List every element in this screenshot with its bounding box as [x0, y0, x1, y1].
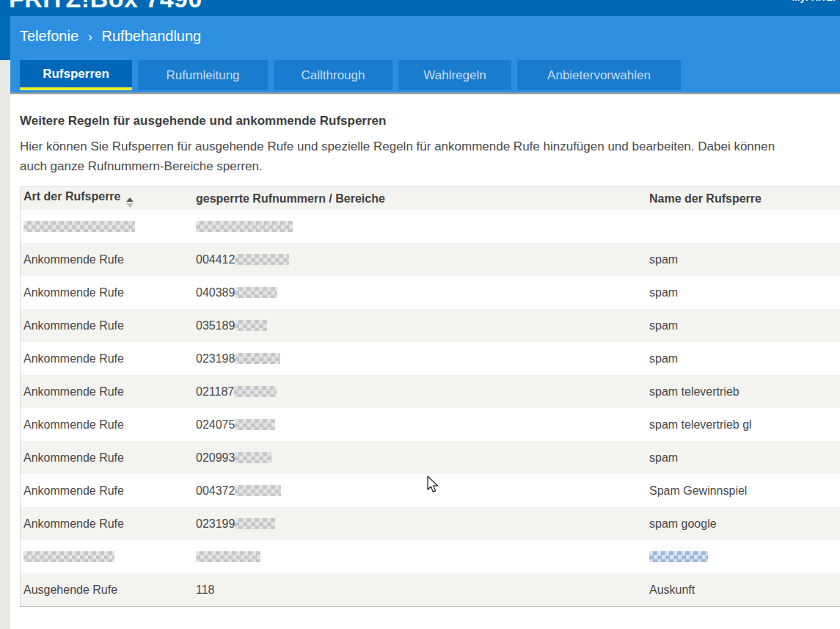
- art-der-rufsperre-cell: Ankommende Rufe: [21, 507, 193, 540]
- rufsperre-name-cell: Auskunft: [646, 573, 840, 606]
- rufsperre-name: Auskunft: [649, 583, 695, 596]
- tab-callthrough[interactable]: Callthrough: [274, 60, 392, 90]
- column-header-label: Name der Rufsperre: [649, 192, 762, 205]
- breadcrumb-rufbehandlung: Rufbehandlung: [102, 28, 202, 44]
- redacted-text: [235, 518, 275, 529]
- rufsperre-type: Ankommende Rufe: [23, 352, 124, 365]
- rufsperre-name: spam: [649, 286, 678, 299]
- rufsperre-name: spam: [649, 352, 678, 365]
- sort-ascending-icon: [126, 197, 134, 202]
- rufsperre-name-cell: Spam Gewinnspiel: [646, 474, 840, 507]
- rufsperre-name: spam: [649, 253, 678, 266]
- art-der-rufsperre-cell: [21, 210, 193, 243]
- rufnummer-prefix: 004372: [196, 484, 235, 497]
- table-row: Ausgehende Rufe118Auskunft: [21, 573, 840, 606]
- tab-rufumleitung[interactable]: Rufumleitung: [138, 60, 268, 90]
- tab-bar: Rufsperren Rufumleitung Callthrough Wahl…: [20, 60, 681, 90]
- gesperrte-rufnummer-cell: 021187: [193, 375, 646, 408]
- rufsperre-name-cell: spam: [646, 342, 840, 375]
- rufsperre-type: Ankommende Rufe: [23, 418, 124, 431]
- table-row: [21, 210, 840, 243]
- gesperrte-rufnummer-cell: 023199: [193, 507, 646, 540]
- tab-rufsperren[interactable]: Rufsperren: [20, 60, 132, 90]
- table-row: Ankommende Rufe040389spam: [21, 276, 840, 309]
- rufsperre-name-cell: spam: [646, 441, 840, 474]
- tab-label: Rufsperren: [43, 67, 109, 81]
- art-der-rufsperre-cell: Ankommende Rufe: [21, 474, 193, 507]
- rufsperre-name-cell: [646, 540, 840, 573]
- art-der-rufsperre-cell: Ausgehende Rufe: [21, 573, 193, 606]
- fritzbox-page: { "header": { "app_title": "FRITZ!Box 74…: [0, 0, 840, 629]
- rufsperre-name: spam google: [649, 517, 717, 530]
- tab-wahlregeln[interactable]: Wahlregeln: [398, 60, 511, 90]
- rufsperren-table-body: Ankommende Rufe004412spamAnkommende Rufe…: [21, 210, 840, 606]
- table-row: Ankommende Rufe035189spam: [21, 309, 840, 342]
- gesperrte-rufnummer-cell: [193, 210, 646, 243]
- rufsperre-name-cell: [646, 210, 840, 243]
- gesperrte-rufnummer-cell: 004372: [193, 474, 646, 507]
- table-row: Ankommende Rufe023199spam google: [21, 507, 840, 540]
- content-card: Telefonie › Rufbehandlung Rufsperren Ruf…: [10, 16, 840, 629]
- breadcrumb-telefonie[interactable]: Telefonie: [20, 28, 78, 44]
- tab-label: Callthrough: [302, 68, 365, 83]
- tab-anbietervorwahlen[interactable]: Anbietervorwahlen: [517, 60, 681, 90]
- redacted-text: [235, 419, 275, 430]
- rufnummer-prefix: 118: [196, 583, 215, 596]
- rufnummer-prefix: 021187: [196, 385, 234, 398]
- redacted-text: [235, 254, 289, 265]
- mouse-cursor-icon: [426, 476, 441, 495]
- column-header-art-der-rufsperre[interactable]: Art der Rufsperre: [21, 187, 193, 210]
- rufnummer-prefix: 023198: [196, 352, 235, 365]
- art-der-rufsperre-cell: Ankommende Rufe: [21, 375, 193, 408]
- page-background-strip: [0, 60, 10, 629]
- rufsperre-type: Ankommende Rufe: [23, 517, 124, 530]
- redacted-text: [234, 386, 277, 397]
- redacted-text: [235, 320, 267, 331]
- redacted-link[interactable]: [649, 551, 708, 562]
- rufsperre-name-cell: spam: [646, 309, 840, 342]
- column-header-label: Art der Rufsperre: [23, 190, 120, 203]
- table-row: [21, 540, 840, 573]
- rufsperre-type: Ausgehende Rufe: [23, 583, 117, 596]
- table-row: Ankommende Rufe023198spam: [21, 342, 840, 375]
- description-line-2: auch ganze Rufnummern-Bereiche sperren.: [20, 159, 263, 173]
- rufsperre-name: Spam Gewinnspiel: [649, 484, 747, 497]
- redacted-text: [196, 551, 260, 562]
- column-header-label: gesperrte Rufnummern / Bereiche: [196, 192, 385, 205]
- gesperrte-rufnummer-cell: 040389: [193, 276, 646, 309]
- redacted-text: [23, 551, 114, 562]
- sort-icon: [126, 197, 134, 208]
- table-row: Ankommende Rufe021187spam televertrieb: [21, 375, 840, 408]
- gesperrte-rufnummer-cell: 023198: [193, 342, 646, 375]
- rufsperre-type: Ankommende Rufe: [23, 385, 124, 398]
- top-right-link[interactable]: MyFRITZ!: [792, 0, 836, 3]
- rufsperre-type: Ankommende Rufe: [23, 451, 124, 464]
- redacted-text: [196, 221, 293, 232]
- redacted-text: [235, 287, 277, 298]
- art-der-rufsperre-cell: Ankommende Rufe: [21, 243, 193, 276]
- rufsperre-name-cell: spam: [646, 276, 840, 309]
- rufsperre-type: Ankommende Rufe: [23, 484, 124, 497]
- rufsperre-type: Ankommende Rufe: [23, 253, 124, 266]
- page-title: Weitere Regeln für ausgehende und ankomm…: [20, 95, 840, 128]
- tab-label: Rufumleitung: [166, 68, 239, 83]
- tab-label: Wahlregeln: [423, 68, 486, 83]
- rufsperre-type: Ankommende Rufe: [23, 286, 124, 299]
- gesperrte-rufnummer-cell: 004412: [193, 243, 646, 276]
- rufnummer-prefix: 040389: [196, 286, 235, 299]
- art-der-rufsperre-cell: Ankommende Rufe: [21, 309, 193, 342]
- rufnummer-prefix: 020993: [196, 451, 235, 464]
- gesperrte-rufnummer-cell: [193, 540, 646, 573]
- page-description: Hier können Sie Rufsperren für ausgehend…: [20, 137, 840, 176]
- column-header-name-der-rufsperre: Name der Rufsperre: [646, 187, 840, 210]
- gesperrte-rufnummer-cell: 118: [193, 573, 646, 606]
- breadcrumb: Telefonie › Rufbehandlung: [20, 28, 201, 45]
- rufnummer-prefix: 004412: [196, 253, 235, 266]
- rufsperre-name-cell: spam: [646, 243, 840, 276]
- rufsperre-type: Ankommende Rufe: [23, 319, 124, 332]
- rufsperre-name: spam televertrieb gl: [649, 418, 752, 431]
- redacted-text: [23, 221, 135, 232]
- art-der-rufsperre-cell: Ankommende Rufe: [21, 408, 193, 441]
- table-header-row: Art der Rufsperre gesperrte Rufnummern /…: [21, 187, 840, 210]
- tab-label: Anbietervorwahlen: [547, 68, 651, 83]
